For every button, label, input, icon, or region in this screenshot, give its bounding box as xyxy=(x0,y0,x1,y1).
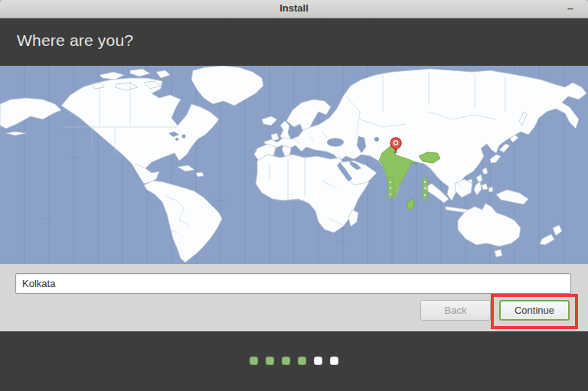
window-title: Install xyxy=(0,2,588,14)
progress-dot xyxy=(330,357,338,365)
timezone-world-map[interactable] xyxy=(0,66,588,264)
titlebar: Install – xyxy=(0,0,588,18)
progress-dot xyxy=(250,357,258,365)
progress-dot xyxy=(298,357,306,365)
progress-dot xyxy=(266,357,274,365)
install-window: Install – Where are you? xyxy=(0,0,588,391)
page-header: Where are you? xyxy=(0,18,588,66)
form-area: Back Continue xyxy=(0,264,588,331)
continue-button[interactable]: Continue xyxy=(499,300,570,321)
minimize-button[interactable]: – xyxy=(562,1,579,16)
progress-dot xyxy=(314,357,322,365)
page-title: Where are you? xyxy=(17,31,133,50)
progress-dot xyxy=(282,357,290,365)
footer xyxy=(0,331,588,391)
progress-dots xyxy=(0,357,588,365)
location-input[interactable] xyxy=(15,273,571,294)
world-map-svg xyxy=(0,66,588,264)
back-button[interactable]: Back xyxy=(420,300,491,321)
